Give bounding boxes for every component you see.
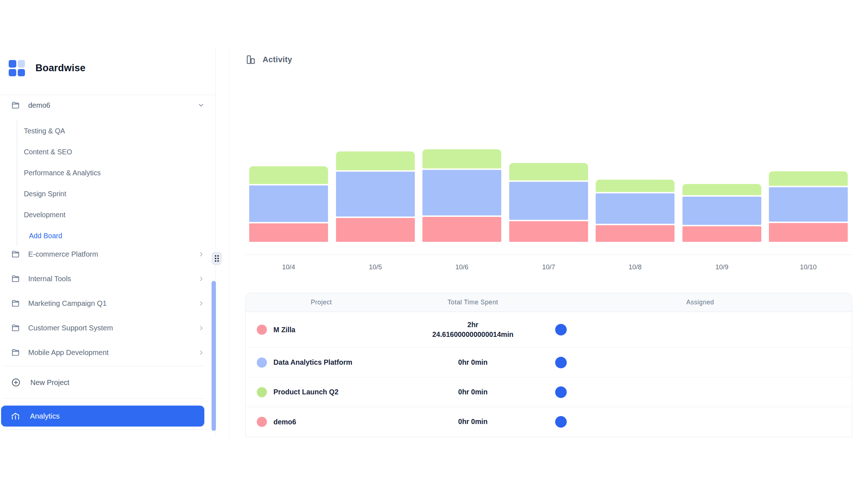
folder-icon xyxy=(11,299,20,308)
x-tick-label: 10/9 xyxy=(682,263,761,271)
new-project-button[interactable]: New Project xyxy=(11,373,199,392)
project-name: Data Analytics Platform xyxy=(273,358,352,367)
project-list: E-commerce Platform Internal Tools Marke… xyxy=(11,242,205,365)
board-item-design-sprint[interactable]: Design Sprint xyxy=(24,183,197,204)
divider xyxy=(3,366,204,366)
sidebar-item-label: Internal Tools xyxy=(28,275,71,283)
board-item-testing-qa[interactable]: Testing & QA xyxy=(24,120,197,141)
board-item-content-seo[interactable]: Content & SEO xyxy=(24,141,197,162)
x-tick-label: 10/6 xyxy=(422,263,501,271)
sidebar-item-customer-support-system[interactable]: Customer Support System xyxy=(11,316,205,340)
sidebar-item-label: Mobile App Development xyxy=(28,348,109,357)
project-name: Product Launch Q2 xyxy=(273,388,339,396)
project-color-dot xyxy=(257,325,267,335)
board-item-development[interactable]: Development xyxy=(24,204,197,225)
x-tick-label: 10/8 xyxy=(596,263,675,271)
folder-icon xyxy=(11,348,20,357)
stacked-bar-10-7[interactable] xyxy=(509,163,588,242)
sidebar-item-mobile-app-development[interactable]: Mobile App Development xyxy=(11,340,205,365)
x-tick-label: 10/4 xyxy=(249,263,328,271)
chart-bars xyxy=(245,145,852,242)
sidebar-item-internal-tools[interactable]: Internal Tools xyxy=(11,266,205,291)
new-project-label: New Project xyxy=(30,378,69,387)
chevron-right-icon xyxy=(198,325,205,331)
project-name: M Zilla xyxy=(273,326,295,334)
table-row: demo6 0hr 0min xyxy=(246,407,852,437)
sidebar-scrollbar-thumb[interactable] xyxy=(212,281,216,431)
table-row: Product Launch Q2 0hr 0min xyxy=(246,377,852,407)
total-time-value: 0hr 0min xyxy=(458,358,488,367)
board-item-label: Content & SEO xyxy=(24,148,72,156)
stacked-bar-10-5[interactable] xyxy=(336,151,415,242)
analytics-chart-icon xyxy=(10,411,21,421)
chevron-down-icon xyxy=(197,102,205,109)
sidebar-item-label: Customer Support System xyxy=(28,324,113,332)
project-color-dot xyxy=(257,387,267,397)
main-content-left-edge xyxy=(229,47,229,437)
brand-name: Boardwise xyxy=(35,63,85,74)
project-name: demo6 xyxy=(273,418,296,426)
sidebar-item-label: Marketing Campaign Q1 xyxy=(28,299,107,308)
folder-icon xyxy=(11,323,20,333)
board-item-label: Design Sprint xyxy=(24,190,66,198)
sidebar-resize-grip[interactable] xyxy=(212,252,222,265)
total-time-value: 0hr 0min xyxy=(458,387,488,397)
sidebar-item-analytics[interactable]: Analytics xyxy=(1,406,204,427)
stacked-bar-10-4[interactable] xyxy=(249,166,328,242)
project-color-dot xyxy=(257,358,267,368)
folder-icon xyxy=(11,249,20,259)
divider xyxy=(0,95,216,95)
stacked-bar-10-6[interactable] xyxy=(422,149,501,242)
sidebar-item-label: demo6 xyxy=(28,101,50,110)
boardwise-logo-icon xyxy=(9,60,25,76)
add-board-label: Add Board xyxy=(29,232,62,240)
table-header: Project Total Time Spent Assigned xyxy=(246,293,852,312)
column-header-assigned: Assigned xyxy=(549,299,852,306)
board-item-performance-analytics[interactable]: Performance & Analytics xyxy=(24,162,197,183)
x-tick-label: 10/7 xyxy=(509,263,588,271)
stacked-bar-10-10[interactable] xyxy=(769,171,848,242)
project-color-dot xyxy=(257,417,267,427)
chevron-right-icon xyxy=(198,300,205,307)
board-item-label: Performance & Analytics xyxy=(24,169,101,177)
table-row: Data Analytics Platform 0hr 0min xyxy=(246,348,852,377)
chevron-right-icon xyxy=(198,275,205,282)
x-tick-label: 10/10 xyxy=(769,263,848,271)
brand: Boardwise xyxy=(9,60,85,76)
board-item-label: Testing & QA xyxy=(24,127,65,135)
sidebar-item-demo6[interactable]: demo6 xyxy=(11,97,205,114)
assignee-avatar[interactable] xyxy=(555,416,567,428)
divider xyxy=(0,429,216,430)
divider xyxy=(3,398,204,399)
analytics-label: Analytics xyxy=(30,412,60,420)
assignee-avatar[interactable] xyxy=(555,324,567,335)
chevron-right-icon xyxy=(198,349,205,356)
column-header-total-time-spent: Total Time Spent xyxy=(397,299,549,306)
total-time-value: 0hr 0min xyxy=(458,417,488,427)
x-axis-line xyxy=(245,254,852,255)
page-title-label: Activity xyxy=(263,55,292,64)
folder-icon xyxy=(11,100,20,110)
plus-circle-icon xyxy=(11,377,21,388)
app-screen: Boardwise demo6 Testing & QA Content & S… xyxy=(0,0,868,488)
column-header-project: Project xyxy=(246,299,397,306)
sidebar-item-ecommerce-platform[interactable]: E-commerce Platform xyxy=(11,242,205,266)
board-list: Testing & QA Content & SEO Performance &… xyxy=(17,120,197,246)
board-item-label: Development xyxy=(24,211,65,219)
total-time-value: 2hr 24.616000000000014min xyxy=(428,320,518,340)
stacked-bar-10-9[interactable] xyxy=(682,184,761,242)
folder-icon xyxy=(11,274,20,283)
stacked-bar-10-8[interactable] xyxy=(596,180,675,242)
assignee-avatar[interactable] xyxy=(555,386,567,398)
activity-chart: 10/4 10/5 10/6 10/7 10/8 10/9 10/10 xyxy=(245,145,852,275)
assignee-avatar[interactable] xyxy=(555,357,567,368)
time-spent-table: Project Total Time Spent Assigned M Zill… xyxy=(245,293,852,437)
chevron-right-icon xyxy=(198,251,205,258)
sidebar-item-label: E-commerce Platform xyxy=(28,250,98,258)
page-title: Activity xyxy=(245,54,292,65)
bar-chart-icon xyxy=(245,54,256,65)
table-row: M Zilla 2hr 24.616000000000014min xyxy=(246,312,852,348)
x-tick-label: 10/5 xyxy=(336,263,415,271)
sidebar-item-marketing-campaign-q1[interactable]: Marketing Campaign Q1 xyxy=(11,291,205,316)
